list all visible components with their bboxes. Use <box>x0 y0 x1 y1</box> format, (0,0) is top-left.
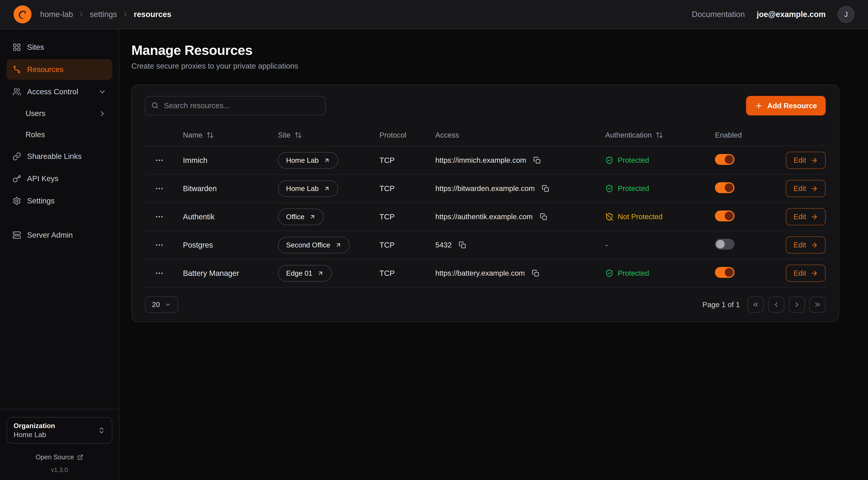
row-menu-button[interactable] <box>153 266 166 280</box>
authentication-status: Protected <box>605 184 715 193</box>
edit-button[interactable]: Edit <box>786 152 826 169</box>
column-header-access: Access <box>435 131 605 139</box>
sidebar-item-label: API Keys <box>27 174 58 183</box>
sidebar-item-sites[interactable]: Sites <box>6 37 112 58</box>
copy-button[interactable] <box>540 183 551 194</box>
copy-icon <box>532 270 539 277</box>
table-row: Immich Home Lab TCP https://immich.examp… <box>145 146 826 174</box>
column-label: Enabled <box>715 131 742 139</box>
open-source-link[interactable]: Open Source <box>6 453 112 461</box>
chevrons-up-down-icon <box>98 427 105 434</box>
app-logo[interactable] <box>13 5 31 23</box>
site-link[interactable]: Office <box>278 209 324 225</box>
column-header-name[interactable]: Name <box>183 131 278 139</box>
copy-button[interactable] <box>538 211 549 222</box>
column-label: Name <box>183 131 203 139</box>
next-page-button[interactable] <box>789 297 805 313</box>
column-label: Authentication <box>605 131 652 139</box>
enabled-toggle[interactable] <box>715 267 735 278</box>
edit-label: Edit <box>794 269 806 277</box>
topbar-right: Documentation joe@example.com J <box>692 6 855 23</box>
row-menu-button[interactable] <box>153 153 166 167</box>
enabled-toggle[interactable] <box>715 239 735 249</box>
table-row: Postgres Second Office TCP 5432 - Edit <box>145 231 826 259</box>
last-page-button[interactable] <box>809 297 826 313</box>
toggle-knob <box>725 155 733 164</box>
user-avatar[interactable]: J <box>838 6 855 23</box>
sidebar-item-api-keys[interactable]: API Keys <box>6 168 112 189</box>
sidebar-item-label: Users <box>26 109 45 118</box>
site-link[interactable]: Home Lab <box>278 152 338 169</box>
chevron-right-icon <box>98 110 106 118</box>
authentication-status: Protected <box>605 269 715 277</box>
topbar: home-lab settings resources Documentatio… <box>0 0 868 29</box>
copy-button[interactable] <box>532 155 542 166</box>
edit-button[interactable]: Edit <box>786 265 826 282</box>
edit-label: Edit <box>794 156 806 164</box>
version-label: v1.3.0 <box>6 467 112 474</box>
column-label: Access <box>435 131 459 139</box>
enabled-toggle[interactable] <box>715 154 735 165</box>
sidebar-item-label: Roles <box>26 130 45 139</box>
column-header-site[interactable]: Site <box>278 131 379 139</box>
site-link[interactable]: Edge 01 <box>278 265 332 281</box>
site-name: Second Office <box>286 241 330 249</box>
column-header-authentication[interactable]: Authentication <box>605 131 715 139</box>
first-page-button[interactable] <box>747 297 764 313</box>
arrow-right-icon <box>810 241 818 249</box>
enabled-toggle[interactable] <box>715 210 735 221</box>
shield-check-icon <box>605 269 613 277</box>
breadcrumb-org[interactable]: home-lab <box>40 10 73 19</box>
card-toolbar: Add Resource <box>145 96 826 116</box>
user-email[interactable]: joe@example.com <box>757 10 826 19</box>
sidebar-item-label: Resources <box>27 65 63 74</box>
sidebar-item-settings[interactable]: Settings <box>6 190 112 211</box>
chevrons-right-icon <box>814 301 821 308</box>
users-icon <box>12 87 21 96</box>
sidebar-item-users[interactable]: Users <box>6 104 112 123</box>
site-link[interactable]: Second Office <box>278 237 350 253</box>
table-footer: 20 Page 1 of 1 <box>145 287 826 313</box>
row-menu-button[interactable] <box>153 210 166 223</box>
sort-icon <box>656 131 663 139</box>
shield-off-icon <box>605 213 613 221</box>
arrow-right-icon <box>810 270 818 277</box>
sidebar-item-shareable-links[interactable]: Shareable Links <box>6 146 112 167</box>
authentication-status: Not Protected <box>605 212 715 221</box>
edit-button[interactable]: Edit <box>786 208 826 226</box>
enabled-toggle[interactable] <box>715 182 735 193</box>
breadcrumb-settings[interactable]: settings <box>90 10 117 19</box>
access-url: https://authentik.example.com <box>435 212 533 221</box>
shield-check-icon <box>605 184 613 192</box>
sidebar-item-label: Access Control <box>27 87 78 96</box>
sidebar-item-server-admin[interactable]: Server Admin <box>6 225 112 245</box>
organization-value: Home Lab <box>13 431 55 439</box>
sidebar-item-access-control[interactable]: Access Control <box>6 82 112 102</box>
add-resource-button[interactable]: Add Resource <box>746 96 826 116</box>
prev-page-button[interactable] <box>768 297 784 313</box>
copy-button[interactable] <box>530 268 541 279</box>
sidebar-item-label: Server Admin <box>27 231 73 239</box>
sidebar-item-resources[interactable]: Resources <box>6 59 112 80</box>
sidebar-item-roles[interactable]: Roles <box>6 125 112 144</box>
edit-button[interactable]: Edit <box>786 236 826 253</box>
edit-button[interactable]: Edit <box>786 180 826 197</box>
site-link[interactable]: Home Lab <box>278 180 338 197</box>
authentication-status: Protected <box>605 156 715 164</box>
documentation-link[interactable]: Documentation <box>692 10 745 19</box>
copy-button[interactable] <box>457 240 468 250</box>
organization-label: Organization <box>13 422 55 430</box>
sort-icon <box>294 131 302 139</box>
organization-switcher[interactable]: Organization Home Lab <box>6 417 112 444</box>
row-menu-button[interactable] <box>153 182 166 195</box>
row-menu-button[interactable] <box>153 238 166 252</box>
external-arrow-icon <box>323 157 330 163</box>
page-size-select[interactable]: 20 <box>145 296 178 313</box>
page-subtitle: Create secure proxies to your private ap… <box>131 62 839 70</box>
ellipsis-icon <box>155 240 164 249</box>
external-arrow-icon <box>323 185 330 192</box>
page-info: Page 1 of 1 <box>703 300 740 309</box>
chevron-down-icon <box>165 301 171 308</box>
search-input[interactable] <box>145 96 326 116</box>
ellipsis-icon <box>155 269 164 278</box>
